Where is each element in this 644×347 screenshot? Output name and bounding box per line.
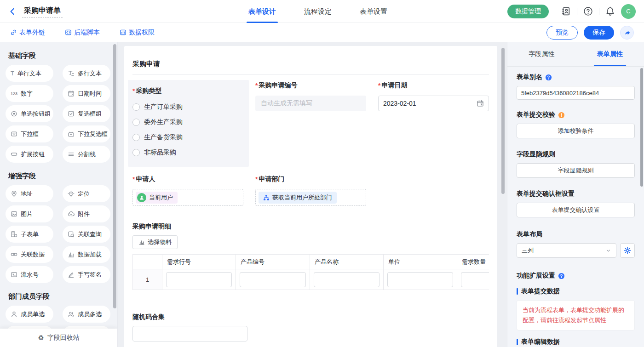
detail-cell [236,269,310,290]
avatar[interactable]: C [621,4,636,19]
panel-tab-form-props[interactable]: 表单属性 [576,42,644,66]
apply-date-input[interactable]: 2023-02-01 [378,96,489,111]
sidebar-item-multi-line-text[interactable]: 多行文本 [63,65,110,82]
visibility-rules-button[interactable]: 字段显隐规则 [517,163,635,178]
applicant-box[interactable]: 当前用户 [132,189,243,206]
field-applicant[interactable]: *申请人 当前用户 [132,175,243,206]
sidebar-item-signature[interactable]: 手写签名 [63,266,110,283]
layout-label: 表单布局 [517,230,635,239]
sidebar-item-label: 成员多选 [78,310,102,319]
section-divider [132,74,489,75]
field-apply-date[interactable]: *申请日期 2023-02-01 [378,81,489,167]
sidebar-item-multi-select[interactable]: 下拉复选框 [63,125,110,142]
sidebar-item-select[interactable]: 下拉框 [6,125,53,142]
detail-cell-input[interactable] [461,272,489,287]
detail-col-header: 需求数量 [457,255,489,269]
sidebar-item-number[interactable]: 123数字 [6,85,53,102]
datetime-icon [68,90,75,97]
detail-cell-input[interactable] [314,272,380,287]
field-label: *采购申请编号 [255,81,366,90]
canvas-scrollbar[interactable] [501,48,505,194]
field-random-code[interactable]: 随机码合集 [132,313,489,341]
field-department[interactable]: *申请部门 获取当前用户所处部门 [255,175,366,206]
tab-form-design[interactable]: 表单设计 [247,0,277,23]
apply-date-value: 2023-02-01 [383,100,416,107]
number-icon: 123 [11,91,17,96]
edit-data-label: 表单编辑数据 [521,338,560,346]
tab-form-settings[interactable]: 表单设置 [359,0,388,23]
field-purchase-type[interactable]: *采购类型 生产订单采购委外生产采购生产备货采购非标品采购 [132,81,243,167]
back-icon[interactable] [8,6,18,17]
sidebar-item-member-single[interactable]: 成员单选 [6,306,53,323]
radio-option[interactable]: 生产备货采购 [132,133,244,142]
form-external-link-link[interactable]: 表单外链 [10,28,45,37]
sidebar-item-datetime[interactable]: 日期时间 [63,85,110,102]
panel-tabs: 字段属性表单属性 [507,42,644,67]
attachment-icon [68,210,75,217]
radio-option[interactable]: 非标品采购 [132,148,244,157]
panel-scrollbar[interactable] [640,68,643,187]
sidebar-item-address[interactable]: 地址 [6,185,53,202]
backend-script-link[interactable]: 后端脚本 [65,28,100,37]
sidebar-item-related-query[interactable]: 关联查询 [63,226,110,243]
field-order-no[interactable]: *采购申请编号 自动生成无需填写 [255,81,366,167]
data-permission-link[interactable]: 数据权限 [120,28,155,37]
submit-confirm-button[interactable]: 表单提交确认设置 [517,203,635,217]
sidebar-item-subform[interactable]: 子表单 [6,226,53,243]
help-icon[interactable] [583,6,593,16]
share-icon[interactable] [620,26,634,40]
select-material-button[interactable]: 选择物料 [132,235,178,249]
question-icon[interactable] [545,74,552,81]
detail-col-header: 单位 [384,255,457,269]
sidebar-item-serial-number[interactable]: 流水号 [6,266,53,283]
detail-cell-input[interactable] [166,272,232,287]
sidebar-item-data-load[interactable]: 数据加载 [63,246,110,263]
data-permission-icon [120,29,126,36]
form-external-link-icon [10,29,17,36]
sidebar-item-related-data[interactable]: 关联数据 [6,246,53,263]
alias-input[interactable] [517,86,635,100]
sidebar-item-radio-group[interactable]: 单选按钮组 [6,105,53,122]
sidebar-item-geolocation[interactable]: 定位 [63,185,110,202]
detail-col-header: 产品编号 [236,255,310,269]
sidebar-item-extend-button[interactable]: 扩展按钮 [6,146,53,163]
detail-cell [310,269,384,290]
field-recycle-bin[interactable]: ♻ 字段回收站 [0,329,117,347]
sidebar-item-checkbox-group[interactable]: 复选框组 [63,105,110,122]
add-validation-button[interactable]: 添加校验条件 [517,124,635,138]
layout-select[interactable]: 三列 [517,243,616,258]
required-mark: * [378,82,380,89]
sidebar-item-attachment[interactable]: 附件 [63,205,110,222]
divider [555,8,555,15]
detail-cell [384,269,457,290]
random-code-input[interactable] [132,326,247,341]
contacts-icon[interactable] [561,6,571,16]
save-button[interactable]: 保存 [584,26,614,40]
bell-icon[interactable] [605,6,615,16]
warning-icon[interactable] [558,112,565,119]
sidebar-scrollbar[interactable] [113,44,116,308]
data-manage-button[interactable]: 数据管理 [507,5,549,18]
radio-option[interactable]: 生产订单采购 [132,103,244,111]
field-row-2: *申请人 当前用户 *申请部门 [132,175,489,206]
gear-icon[interactable] [620,243,635,258]
radio-option[interactable]: 委外生产采购 [132,118,244,126]
sidebar-item-label: 日期时间 [78,90,102,98]
detail-row-index: 1 [133,269,162,290]
department-tag: 获取当前用户所处部门 [259,192,337,204]
toolbar-actions: 预览 保存 [546,26,634,40]
detail-cell-input[interactable] [387,272,453,287]
validation-label-row: 表单提交校验 [517,111,635,119]
department-box[interactable]: 获取当前用户所处部门 [255,189,366,206]
sidebar-item-member-multi[interactable]: 成员多选 [63,306,110,323]
preview-button[interactable]: 预览 [546,26,578,40]
tab-flow-setting[interactable]: 流程设定 [303,0,333,23]
sidebar-item-image[interactable]: 图片 [6,205,53,222]
selected-field-block: *采购类型 生产订单采购委外生产采购生产备货采购非标品采购 [128,80,249,167]
panel-tab-field-props[interactable]: 字段属性 [507,42,576,66]
sidebar-item-single-line-text[interactable]: T单行文本 [6,65,53,82]
question-icon[interactable] [558,273,565,279]
sidebar-item-divider[interactable]: 分割线 [63,146,110,163]
detail-cell-input[interactable] [240,272,306,287]
order-no-input[interactable]: 自动生成无需填写 [255,96,366,111]
